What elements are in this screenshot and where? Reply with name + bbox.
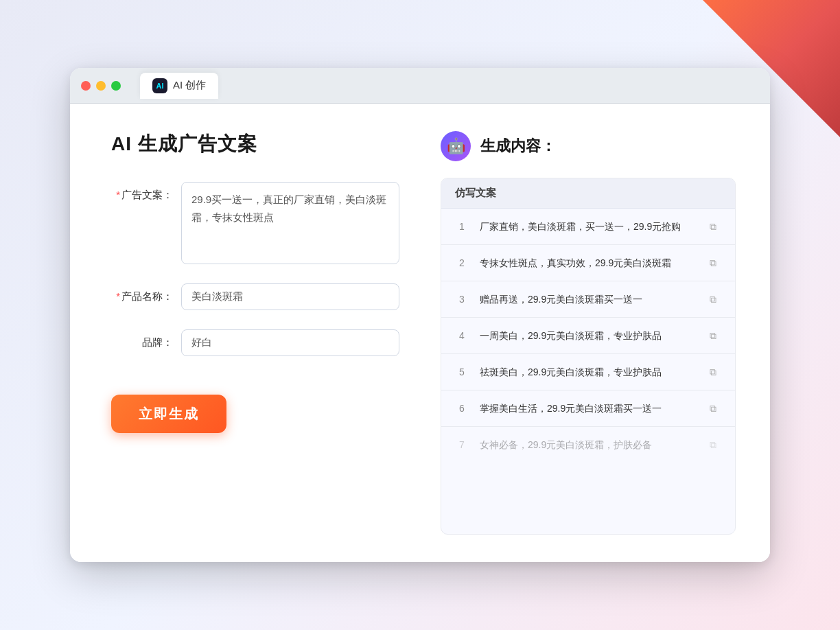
ad-required-star: *	[116, 189, 120, 200]
result-num-6: 6	[455, 403, 469, 414]
copy-button-3[interactable]: ⧉	[705, 291, 721, 307]
left-panel: AI 生成广告文案 *广告文案： *产品名称： 品牌： 立即生成	[111, 131, 399, 535]
copy-button-7[interactable]: ⧉	[705, 436, 721, 453]
brand-input[interactable]	[181, 329, 399, 356]
ad-textarea[interactable]	[181, 182, 399, 264]
tab-title-text: AI 创作	[173, 79, 206, 92]
product-label: *产品名称：	[111, 283, 173, 303]
result-num-3: 3	[455, 294, 469, 305]
result-text-1: 厂家直销，美白淡斑霜，买一送一，29.9元抢购	[480, 220, 694, 234]
result-item-7: 7女神必备，29.9元美白淡斑霜，护肤必备⧉	[441, 427, 735, 463]
result-item-6: 6掌握美白生活，29.9元美白淡斑霜买一送一⧉	[441, 390, 735, 427]
result-item-2: 2专抹女性斑点，真实功效，29.9元美白淡斑霜⧉	[441, 245, 735, 281]
tab-icon: AI	[152, 78, 167, 93]
right-panel: 🤖 生成内容： 仿写文案 1厂家直销，美白淡斑霜，买一送一，29.9元抢购⧉2专…	[441, 131, 736, 535]
copy-button-2[interactable]: ⧉	[705, 255, 721, 271]
content-area: AI 生成广告文案 *广告文案： *产品名称： 品牌： 立即生成	[70, 104, 770, 562]
result-text-6: 掌握美白生活，29.9元美白淡斑霜买一送一	[480, 401, 694, 416]
brand-label: 品牌：	[111, 329, 173, 349]
result-header: 🤖 生成内容：	[441, 131, 736, 161]
browser-window: AI AI 创作 AI 生成广告文案 *广告文案： *产品名称：	[70, 68, 770, 562]
title-bar: AI AI 创作	[70, 68, 770, 104]
copy-button-1[interactable]: ⧉	[705, 218, 721, 235]
result-num-1: 1	[455, 221, 469, 232]
result-item-3: 3赠品再送，29.9元美白淡斑霜买一送一⧉	[441, 281, 735, 318]
form-row-brand: 品牌：	[111, 329, 399, 356]
traffic-lights	[81, 81, 121, 91]
result-text-2: 专抹女性斑点，真实功效，29.9元美白淡斑霜	[480, 256, 694, 270]
result-item-5: 5祛斑美白，29.9元美白淡斑霜，专业护肤品⧉	[441, 354, 735, 390]
result-num-4: 4	[455, 330, 469, 341]
form-row-ad: *广告文案：	[111, 182, 399, 264]
product-required-star: *	[116, 290, 120, 302]
robot-icon: 🤖	[441, 131, 471, 161]
result-list: 1厂家直销，美白淡斑霜，买一送一，29.9元抢购⧉2专抹女性斑点，真实功效，29…	[441, 209, 735, 463]
copy-button-4[interactable]: ⧉	[705, 327, 721, 344]
ad-label: *广告文案：	[111, 182, 173, 202]
tab-icon-label: AI	[156, 82, 164, 90]
result-text-7: 女神必备，29.9元美白淡斑霜，护肤必备	[480, 438, 694, 452]
robot-emoji: 🤖	[447, 137, 465, 155]
result-text-3: 赠品再送，29.9元美白淡斑霜买一送一	[480, 292, 694, 307]
form-row-product: *产品名称：	[111, 283, 399, 310]
product-input[interactable]	[181, 283, 399, 310]
result-num-2: 2	[455, 257, 469, 268]
result-title: 生成内容：	[480, 136, 556, 156]
generate-button[interactable]: 立即生成	[111, 395, 226, 433]
result-table-header: 仿写文案	[441, 178, 735, 209]
result-num-5: 5	[455, 366, 469, 377]
minimize-button[interactable]	[96, 81, 106, 91]
result-text-4: 一周美白，29.9元美白淡斑霜，专业护肤品	[480, 329, 694, 343]
copy-button-6[interactable]: ⧉	[705, 400, 721, 417]
result-text-5: 祛斑美白，29.9元美白淡斑霜，专业护肤品	[480, 365, 694, 380]
result-item-4: 4一周美白，29.9元美白淡斑霜，专业护肤品⧉	[441, 318, 735, 354]
copy-button-5[interactable]: ⧉	[705, 364, 721, 380]
close-button[interactable]	[81, 81, 91, 91]
result-table: 仿写文案 1厂家直销，美白淡斑霜，买一送一，29.9元抢购⧉2专抹女性斑点，真实…	[441, 178, 736, 535]
page-title: AI 生成广告文案	[111, 131, 399, 157]
result-num-7: 7	[455, 439, 469, 450]
result-item-1: 1厂家直销，美白淡斑霜，买一送一，29.9元抢购⧉	[441, 209, 735, 245]
tab-ai-create[interactable]: AI AI 创作	[140, 73, 218, 99]
maximize-button[interactable]	[111, 81, 121, 91]
